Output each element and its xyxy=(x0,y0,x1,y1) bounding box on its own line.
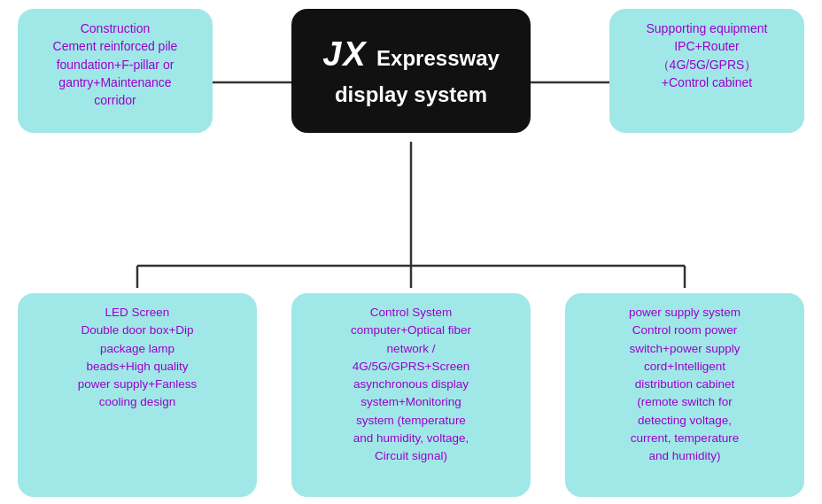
power-supply-text: power supply system Control room power s… xyxy=(629,306,741,462)
supporting-text: Supporting equipment IPC+Router （4G/5G/G… xyxy=(647,21,768,89)
expressway-label: Expressway xyxy=(376,46,500,70)
bottom-row: LED Screen Double door box+Dip package l… xyxy=(0,293,822,497)
display-label: display system xyxy=(306,82,516,107)
top-row: Construction Cement reinforced pile foun… xyxy=(0,0,822,133)
jx-label: JX xyxy=(322,35,367,73)
control-system-text: Control System computer+Optical fiber ne… xyxy=(351,306,471,462)
diagram: Construction Cement reinforced pile foun… xyxy=(0,0,822,504)
construction-text: Construction Cement reinforced pile foun… xyxy=(53,21,178,107)
title-jx-expressway: JX Expressway xyxy=(306,35,516,74)
led-screen-text: LED Screen Double door box+Dip package l… xyxy=(78,306,198,408)
supporting-equipment-box: Supporting equipment IPC+Router （4G/5G/G… xyxy=(609,9,804,133)
title-box: JX Expressway display system xyxy=(291,9,531,133)
led-screen-box: LED Screen Double door box+Dip package l… xyxy=(18,293,257,497)
power-supply-box: power supply system Control room power s… xyxy=(565,293,804,497)
construction-box: Construction Cement reinforced pile foun… xyxy=(18,9,213,133)
control-system-box: Control System computer+Optical fiber ne… xyxy=(291,293,531,497)
